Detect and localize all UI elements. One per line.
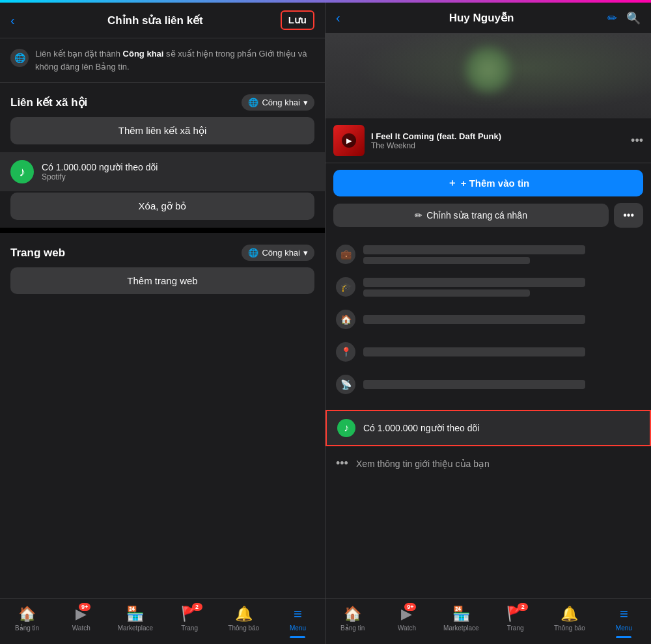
web-section-header: Trang web 🌐 Công khai ▾ bbox=[0, 233, 325, 267]
web-visibility-button[interactable]: 🌐 Công khai ▾ bbox=[242, 245, 314, 261]
left-panel: ‹ Chỉnh sửa liên kết Lưu 🌐 Liên kết bạn … bbox=[0, 3, 326, 644]
edu-icon: 🎓 bbox=[336, 277, 355, 297]
left-bottom-nav: 🏠 Bảng tin ▶ 9+ Watch 🏪 Marketplace 🚩 2 bbox=[0, 598, 325, 644]
left-watch-badge: 9+ bbox=[79, 603, 90, 611]
info-row-text-work bbox=[363, 245, 641, 264]
see-intro-row[interactable]: ••• Xem thông tin giới thiệu của bạn bbox=[326, 449, 651, 478]
social-chevron-icon: ▾ bbox=[303, 98, 308, 107]
left-nav-item-trangl[interactable]: 🚩 2 Trang bbox=[163, 606, 217, 632]
left-trang-icon: 🚩 2 bbox=[181, 606, 199, 623]
add-web-button[interactable]: Thêm trang web bbox=[10, 267, 314, 294]
left-nav-label-thongbaol: Thông báo bbox=[228, 624, 259, 632]
edit-profile-label: Chỉnh sửa trang cá nhân bbox=[426, 210, 527, 221]
more-dots-icon: ••• bbox=[336, 457, 348, 470]
right-watch-icon: ▶ 9+ bbox=[401, 606, 412, 623]
left-nav-item-bangtinl[interactable]: 🏠 Bảng tin bbox=[0, 606, 54, 632]
edit-profile-button[interactable]: ✏ Chỉnh sửa trang cá nhân bbox=[333, 204, 609, 227]
section-divider bbox=[0, 228, 325, 233]
right-nav-item-trang[interactable]: 🚩 2 Trang bbox=[488, 606, 542, 632]
pencil-icon: ✏ bbox=[415, 210, 422, 221]
spotify-highlight-row: ♪ Có 1.000.000 người theo dõi bbox=[326, 410, 651, 446]
cover-blur bbox=[326, 34, 651, 118]
info-rows: 💼 🎓 🏠 bbox=[326, 232, 651, 407]
social-visibility-button[interactable]: 🌐 Công khai ▾ bbox=[242, 94, 314, 111]
add-to-story-label: + Thêm vào tin bbox=[461, 178, 529, 189]
right-home-icon: 🏠 bbox=[344, 606, 361, 623]
left-watch-icon: ▶ 9+ bbox=[76, 606, 87, 623]
left-marketplace-icon: 🏪 bbox=[126, 606, 144, 623]
right-marketplace-icon: 🏪 bbox=[452, 606, 470, 623]
profile-cover bbox=[326, 34, 651, 118]
right-panel: ‹ Huy Nguyễn ✏ 🔍 ▶ I Feel It Comin bbox=[326, 3, 651, 644]
left-nav-label-marketplacel: Marketplace bbox=[118, 624, 153, 632]
home-info-icon: 🏠 bbox=[336, 310, 355, 329]
left-content: Liên kết xã hội 🌐 Công khai ▾ Thêm liên … bbox=[0, 83, 325, 598]
left-nav-item-marketplacel[interactable]: 🏪 Marketplace bbox=[108, 606, 162, 632]
right-header-title: Huy Nguyễn bbox=[355, 11, 607, 25]
blurred-text-work1 bbox=[363, 245, 585, 254]
location-icon: 📍 bbox=[336, 342, 355, 362]
spotify-text: Có 1.000.000 người theo dõi Spotify bbox=[42, 162, 314, 181]
info-row-text-signal bbox=[363, 380, 641, 389]
left-nav-item-watchl[interactable]: ▶ 9+ Watch bbox=[54, 606, 108, 632]
spotify-highlight-icon: ♪ bbox=[337, 419, 355, 437]
web-section-title: Trang web bbox=[10, 247, 65, 260]
right-nav-item-menu[interactable]: ≡ Menu bbox=[597, 606, 651, 632]
spotify-icon: ♪ bbox=[10, 160, 34, 183]
right-content: ▶ I Feel It Coming (feat. Daft Punk) The… bbox=[326, 34, 651, 598]
save-button[interactable]: Lưu bbox=[281, 10, 314, 30]
music-thumbnail: ▶ bbox=[333, 125, 365, 156]
left-nav-item-menul[interactable]: ≡ Menu bbox=[271, 606, 325, 632]
right-nav-item-watch[interactable]: ▶ 9+ Watch bbox=[380, 606, 434, 632]
left-nav-label-menul: Menu bbox=[290, 624, 306, 632]
see-intro-text: Xem thông tin giới thiệu của bạn bbox=[356, 459, 490, 469]
right-trang-icon: 🚩 2 bbox=[506, 606, 524, 623]
right-header-icons: ✏ 🔍 bbox=[607, 11, 641, 25]
info-row-work: 💼 bbox=[326, 238, 651, 271]
right-bottom-nav: 🏠 Bảng tin ▶ 9+ Watch 🏪 Marketplace 🚩 2 bbox=[326, 598, 651, 644]
more-options-button[interactable]: ••• bbox=[614, 203, 643, 228]
left-nav-label-trangl: Trang bbox=[181, 624, 198, 632]
music-artist: The Weeknd bbox=[371, 141, 624, 150]
left-header: ‹ Chỉnh sửa liên kết Lưu bbox=[0, 3, 325, 38]
music-title: I Feel It Coming (feat. Daft Punk) bbox=[371, 131, 624, 141]
search-icon[interactable]: 🔍 bbox=[626, 11, 641, 25]
edit-icon[interactable]: ✏ bbox=[607, 11, 617, 25]
blurred-text-work2 bbox=[363, 257, 530, 264]
delete-button[interactable]: Xóa, gỡ bỏ bbox=[10, 193, 314, 220]
spotify-item-row: ♪ Có 1.000.000 người theo dõi Spotify bbox=[0, 152, 325, 191]
right-watch-badge: 9+ bbox=[404, 603, 416, 611]
spotify-followers-text: Có 1.000.000 người theo dõi bbox=[42, 162, 314, 172]
right-nav-label-menu: Menu bbox=[616, 624, 632, 632]
left-header-title: Chỉnh sửa liên kết bbox=[30, 14, 281, 27]
right-nav-item-marketplace[interactable]: 🏪 Marketplace bbox=[434, 606, 488, 632]
social-section-title: Liên kết xã hội bbox=[10, 96, 87, 109]
info-row-signal: 📡 bbox=[326, 368, 651, 401]
right-nav-item-bangtin[interactable]: 🏠 Bảng tin bbox=[326, 606, 380, 632]
left-nav-label-watchl: Watch bbox=[72, 624, 90, 632]
info-text: Liên kết bạn đặt thành Công khai sẽ xuất… bbox=[35, 47, 314, 73]
left-home-icon: 🏠 bbox=[18, 606, 36, 623]
right-back-button[interactable]: ‹ bbox=[336, 10, 355, 25]
add-to-story-button[interactable]: ＋ + Thêm vào tin bbox=[333, 170, 643, 196]
play-button[interactable]: ▶ bbox=[342, 133, 356, 148]
blurred-text-location1 bbox=[363, 347, 585, 356]
left-back-button[interactable]: ‹ bbox=[10, 13, 30, 28]
main-container: ‹ Chỉnh sửa liên kết Lưu 🌐 Liên kết bạn … bbox=[0, 3, 651, 644]
left-nav-label-bangtinl: Bảng tin bbox=[15, 624, 39, 632]
music-info: I Feel It Coming (feat. Daft Punk) The W… bbox=[371, 131, 624, 150]
social-section-header: Liên kết xã hội 🌐 Công khai ▾ bbox=[0, 83, 325, 117]
left-bell-icon: 🔔 bbox=[235, 606, 253, 623]
right-nav-label-bangtin: Bảng tin bbox=[340, 624, 365, 632]
info-row-location: 📍 bbox=[326, 336, 651, 368]
right-trang-badge: 2 bbox=[518, 603, 528, 611]
music-card: ▶ I Feel It Coming (feat. Daft Punk) The… bbox=[326, 118, 651, 163]
right-nav-item-thongbao[interactable]: 🔔 Thông báo bbox=[542, 606, 596, 632]
info-row-edu: 🎓 bbox=[326, 271, 651, 303]
web-visibility-label: Công khai bbox=[262, 248, 300, 258]
left-nav-item-thongbaol[interactable]: 🔔 Thông báo bbox=[217, 606, 271, 632]
add-social-link-button[interactable]: Thêm liên kết xã hội bbox=[10, 117, 314, 144]
spotify-platform-text: Spotify bbox=[42, 172, 314, 181]
spotify-highlight-text: Có 1.000.000 người theo dõi bbox=[363, 423, 479, 433]
music-more-button[interactable]: ••• bbox=[631, 134, 643, 148]
